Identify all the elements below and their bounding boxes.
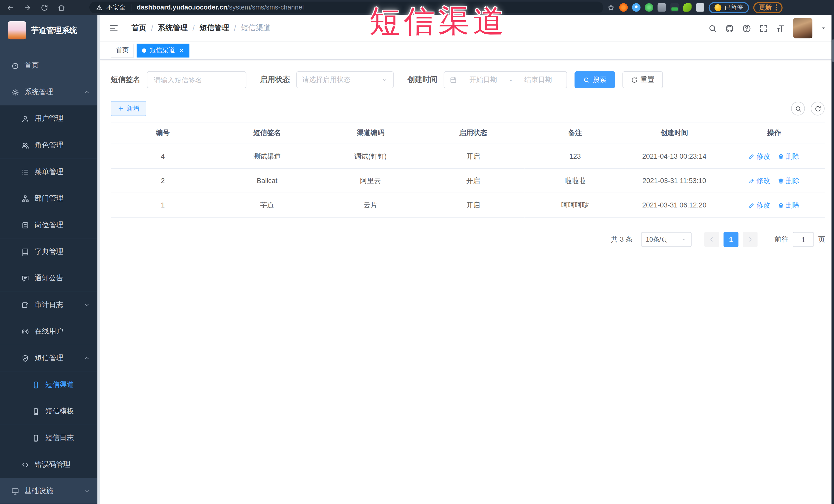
next-page-button[interactable] <box>743 232 758 247</box>
edit-link[interactable]: 修改 <box>748 176 770 185</box>
org-tree-icon <box>21 194 29 202</box>
ext-orange-icon[interactable] <box>619 3 628 12</box>
paused-extension-badge[interactable]: 已暂停 <box>709 2 749 13</box>
prev-page-button[interactable] <box>704 232 719 247</box>
chevron-up-icon <box>83 355 90 361</box>
table-toolbar: 新增 <box>111 101 834 116</box>
refresh-table-button[interactable] <box>811 102 825 115</box>
tab-短信渠道[interactable]: 短信渠道 <box>137 43 190 57</box>
sidebar-item-审计日志[interactable]: 审计日志 <box>0 292 97 319</box>
close-icon[interactable] <box>179 47 184 53</box>
fullscreen-icon[interactable] <box>759 24 768 32</box>
pagination: 共 3 条 10条/页 1 前往 页 <box>111 232 825 247</box>
reset-button[interactable]: 重置 <box>622 71 663 88</box>
status-filter-select[interactable]: 请选择启用状态 <box>296 71 394 88</box>
browser-reload-button[interactable] <box>41 3 48 11</box>
ext-pin-icon[interactable] <box>632 3 640 12</box>
browser-forward-button[interactable] <box>23 3 31 11</box>
question-icon[interactable] <box>742 24 751 32</box>
time-filter-label: 创建时间 <box>408 75 437 85</box>
address-bar[interactable]: 不安全 dashboard.yudao.iocoder.cn/system/sm… <box>89 2 603 13</box>
sidebar-item-label: 首页 <box>24 61 39 70</box>
delete-link[interactable]: 删除 <box>778 152 799 161</box>
sidebar-item-短信模板[interactable]: 短信模板 <box>0 398 97 425</box>
sidebar-item-部门管理[interactable]: 部门管理 <box>0 185 97 212</box>
sign-filter-input[interactable] <box>147 71 246 88</box>
sidebar: 芋道管理系统 首页系统管理用户管理角色管理菜单管理部门管理岗位管理字典管理通知公… <box>0 15 100 504</box>
table-cell-actions: 修改删除 <box>723 144 825 169</box>
ext-grid-icon[interactable] <box>658 3 666 12</box>
github-icon[interactable] <box>725 24 734 32</box>
toggle-search-button[interactable] <box>791 102 805 115</box>
browser-home-button[interactable] <box>58 3 65 11</box>
edit-link[interactable]: 修改 <box>748 152 770 161</box>
table-cell: 开启 <box>422 169 524 193</box>
sidebar-item-短信渠道[interactable]: 短信渠道 <box>0 372 97 398</box>
url-path: /system/sms/sms-channel <box>227 4 304 11</box>
caret-down-icon <box>680 236 687 243</box>
sidebar-item-错误码管理[interactable]: 错误码管理 <box>0 451 97 478</box>
sidebar-item-在线用户[interactable]: 在线用户 <box>0 318 97 345</box>
ext-screen-icon[interactable] <box>670 3 679 12</box>
breadcrumb-item-短信管理[interactable]: 短信管理 <box>199 23 229 33</box>
browser-update-button[interactable]: 更新 <box>753 2 783 13</box>
search-icon[interactable] <box>708 24 717 32</box>
sidebar-item-label: 部门管理 <box>35 194 63 203</box>
edit-icon <box>748 153 755 159</box>
menu-list-icon <box>21 168 29 176</box>
sidebar-item-系统管理[interactable]: 系统管理 <box>0 79 97 106</box>
sidebar-item-label: 岗位管理 <box>35 220 63 230</box>
sidebar-scrollbar[interactable] <box>97 15 100 504</box>
edit-link[interactable]: 修改 <box>748 200 770 210</box>
caret-down-icon[interactable] <box>820 25 827 31</box>
tab-label: 首页 <box>116 46 129 55</box>
phone-icon <box>32 407 40 415</box>
bookmark-star-icon[interactable] <box>607 3 615 11</box>
hamburger-icon[interactable] <box>109 23 118 33</box>
sidebar-item-基础设施[interactable]: 基础设施 <box>0 478 97 504</box>
add-button[interactable]: 新增 <box>111 101 146 116</box>
sidebar-item-首页[interactable]: 首页 <box>0 52 97 79</box>
sidebar-item-label: 审计日志 <box>35 300 63 310</box>
sidebar-item-字典管理[interactable]: 字典管理 <box>0 238 97 265</box>
tab-首页[interactable]: 首页 <box>111 43 134 57</box>
delete-label: 删除 <box>786 152 799 161</box>
table-cell: 2021-04-13 00:23:14 <box>626 144 723 169</box>
avatar[interactable] <box>793 18 812 38</box>
url-domain: dashboard.yudao.iocoder.cn <box>137 4 227 11</box>
scrollbar-thumb[interactable] <box>832 39 834 62</box>
table-cell: 开启 <box>422 144 524 169</box>
delete-link[interactable]: 删除 <box>778 176 799 185</box>
ext-leaf-icon[interactable] <box>683 3 692 12</box>
page-number-button[interactable]: 1 <box>724 232 739 247</box>
main-content: 短信签名 启用状态 请选择启用状态 创建时间 开始日期 - 结束日期 搜索 <box>100 60 834 504</box>
edit-icon <box>748 202 755 209</box>
ext-check-icon[interactable] <box>645 3 653 12</box>
sidebar-item-菜单管理[interactable]: 菜单管理 <box>0 159 97 185</box>
breadcrumb-item-首页[interactable]: 首页 <box>131 23 146 33</box>
sidebar-item-短信管理[interactable]: 短信管理 <box>0 345 97 372</box>
sidebar-item-短信日志[interactable]: 短信日志 <box>0 425 97 452</box>
sidebar-item-用户管理[interactable]: 用户管理 <box>0 105 97 132</box>
start-date-placeholder: 开始日期 <box>460 75 506 85</box>
ext-puzzle-icon[interactable] <box>696 3 704 12</box>
browser-back-button[interactable] <box>6 3 14 11</box>
status-select-placeholder: 请选择启用状态 <box>302 75 381 85</box>
date-range-picker[interactable]: 开始日期 - 结束日期 <box>443 71 567 88</box>
page-size-select[interactable]: 10条/页 <box>641 232 692 247</box>
font-size-icon[interactable] <box>776 24 785 32</box>
annotation-overlay: 短信渠道 <box>369 1 507 43</box>
sidebar-item-通知公告[interactable]: 通知公告 <box>0 265 97 292</box>
breadcrumb-item-系统管理[interactable]: 系统管理 <box>158 23 188 33</box>
page: 不安全 dashboard.yudao.iocoder.cn/system/sm… <box>0 0 834 504</box>
sidebar-item-角色管理[interactable]: 角色管理 <box>0 132 97 159</box>
end-date-placeholder: 结束日期 <box>515 75 562 85</box>
table-cell: 2 <box>111 169 215 193</box>
delete-icon <box>778 153 784 159</box>
goto-page-input[interactable] <box>793 232 814 247</box>
active-dot-icon <box>142 48 146 52</box>
delete-link[interactable]: 删除 <box>778 200 799 210</box>
sidebar-item-岗位管理[interactable]: 岗位管理 <box>0 212 97 239</box>
sidebar-item-label: 错误码管理 <box>35 460 71 469</box>
search-button[interactable]: 搜索 <box>574 71 615 88</box>
